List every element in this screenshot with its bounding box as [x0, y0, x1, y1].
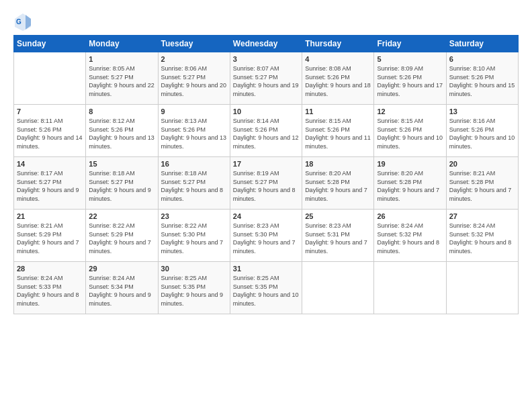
- calendar-cell: 13Sunrise: 8:16 AMSunset: 5:26 PMDayligh…: [446, 105, 518, 157]
- header-cell-thursday: Thursday: [302, 36, 374, 52]
- logo: G: [13, 12, 35, 31]
- week-row-2: 7Sunrise: 8:11 AMSunset: 5:26 PMDaylight…: [14, 105, 519, 157]
- day-info: Sunrise: 8:21 AMSunset: 5:29 PMDaylight:…: [17, 222, 83, 255]
- calendar-cell: 10Sunrise: 8:14 AMSunset: 5:26 PMDayligh…: [230, 105, 302, 157]
- calendar-cell: 28Sunrise: 8:24 AMSunset: 5:33 PMDayligh…: [14, 262, 86, 314]
- day-number: 21: [17, 212, 83, 220]
- calendar-cell: 25Sunrise: 8:23 AMSunset: 5:31 PMDayligh…: [302, 210, 374, 262]
- day-info: Sunrise: 8:24 AMSunset: 5:32 PMDaylight:…: [377, 222, 443, 255]
- week-row-4: 21Sunrise: 8:21 AMSunset: 5:29 PMDayligh…: [14, 210, 519, 262]
- calendar-cell: 26Sunrise: 8:24 AMSunset: 5:32 PMDayligh…: [374, 210, 446, 262]
- svg-marker-1: [26, 15, 31, 30]
- calendar-cell: 24Sunrise: 8:23 AMSunset: 5:30 PMDayligh…: [230, 210, 302, 262]
- header-cell-wednesday: Wednesday: [230, 36, 302, 52]
- header-cell-sunday: Sunday: [14, 36, 86, 52]
- header: G: [13, 12, 519, 31]
- week-row-3: 14Sunrise: 8:17 AMSunset: 5:27 PMDayligh…: [14, 157, 519, 210]
- calendar-cell: 8Sunrise: 8:12 AMSunset: 5:26 PMDaylight…: [86, 105, 158, 157]
- day-info: Sunrise: 8:23 AMSunset: 5:30 PMDaylight:…: [233, 222, 299, 255]
- calendar-cell: 15Sunrise: 8:18 AMSunset: 5:27 PMDayligh…: [86, 157, 158, 210]
- day-info: Sunrise: 8:24 AMSunset: 5:32 PMDaylight:…: [449, 222, 515, 255]
- day-info: Sunrise: 8:23 AMSunset: 5:31 PMDaylight:…: [305, 222, 371, 255]
- day-number: 2: [161, 55, 227, 63]
- day-info: Sunrise: 8:25 AMSunset: 5:35 PMDaylight:…: [161, 274, 227, 308]
- day-number: 31: [233, 265, 299, 273]
- day-info: Sunrise: 8:24 AMSunset: 5:33 PMDaylight:…: [17, 274, 83, 308]
- day-info: Sunrise: 8:10 AMSunset: 5:26 PMDaylight:…: [449, 64, 515, 98]
- calendar-cell: 17Sunrise: 8:19 AMSunset: 5:27 PMDayligh…: [230, 157, 302, 210]
- day-info: Sunrise: 8:24 AMSunset: 5:34 PMDaylight:…: [89, 274, 154, 308]
- day-info: Sunrise: 8:13 AMSunset: 5:26 PMDaylight:…: [161, 117, 227, 150]
- header-cell-monday: Monday: [86, 36, 158, 52]
- calendar-cell: 9Sunrise: 8:13 AMSunset: 5:26 PMDaylight…: [158, 105, 230, 157]
- day-info: Sunrise: 8:22 AMSunset: 5:30 PMDaylight:…: [161, 222, 227, 255]
- calendar-cell: 3Sunrise: 8:07 AMSunset: 5:27 PMDaylight…: [230, 52, 302, 105]
- day-number: 25: [305, 212, 371, 220]
- day-number: 5: [377, 55, 443, 63]
- day-number: 16: [161, 160, 227, 168]
- day-number: 17: [233, 160, 299, 168]
- day-number: 22: [89, 212, 154, 220]
- calendar-cell: 12Sunrise: 8:15 AMSunset: 5:26 PMDayligh…: [374, 105, 446, 157]
- day-number: 29: [89, 265, 154, 273]
- page: G SundayMondayTuesdayWednesdayThursdayFr…: [0, 0, 532, 411]
- header-cell-saturday: Saturday: [446, 36, 518, 52]
- day-info: Sunrise: 8:14 AMSunset: 5:26 PMDaylight:…: [233, 117, 299, 150]
- week-row-1: 1Sunrise: 8:05 AMSunset: 5:27 PMDaylight…: [14, 52, 519, 105]
- calendar-cell: 14Sunrise: 8:17 AMSunset: 5:27 PMDayligh…: [14, 157, 86, 210]
- day-number: 8: [89, 107, 154, 116]
- day-info: Sunrise: 8:16 AMSunset: 5:26 PMDaylight:…: [449, 117, 515, 150]
- day-info: Sunrise: 8:19 AMSunset: 5:27 PMDaylight:…: [233, 169, 299, 203]
- calendar-cell: 7Sunrise: 8:11 AMSunset: 5:26 PMDaylight…: [14, 105, 86, 157]
- day-number: 3: [233, 55, 299, 63]
- day-number: 18: [305, 160, 371, 168]
- day-number: 20: [449, 160, 515, 168]
- calendar-cell: 2Sunrise: 8:06 AMSunset: 5:27 PMDaylight…: [158, 52, 230, 105]
- calendar-cell: 1Sunrise: 8:05 AMSunset: 5:27 PMDaylight…: [86, 52, 158, 105]
- calendar-cell: [374, 262, 446, 314]
- day-info: Sunrise: 8:08 AMSunset: 5:26 PMDaylight:…: [305, 64, 371, 98]
- day-info: Sunrise: 8:12 AMSunset: 5:26 PMDaylight:…: [89, 117, 154, 150]
- day-info: Sunrise: 8:20 AMSunset: 5:28 PMDaylight:…: [377, 169, 443, 203]
- day-info: Sunrise: 8:07 AMSunset: 5:27 PMDaylight:…: [233, 64, 299, 98]
- day-info: Sunrise: 8:17 AMSunset: 5:27 PMDaylight:…: [17, 169, 83, 203]
- day-number: 4: [305, 55, 371, 63]
- calendar-cell: 20Sunrise: 8:21 AMSunset: 5:28 PMDayligh…: [446, 157, 518, 210]
- day-info: Sunrise: 8:05 AMSunset: 5:27 PMDaylight:…: [89, 64, 154, 98]
- calendar-cell: 5Sunrise: 8:09 AMSunset: 5:26 PMDaylight…: [374, 52, 446, 105]
- day-number: 14: [17, 160, 83, 168]
- day-info: Sunrise: 8:20 AMSunset: 5:28 PMDaylight:…: [305, 169, 371, 203]
- calendar-cell: 21Sunrise: 8:21 AMSunset: 5:29 PMDayligh…: [14, 210, 86, 262]
- day-info: Sunrise: 8:18 AMSunset: 5:27 PMDaylight:…: [161, 169, 227, 203]
- day-info: Sunrise: 8:21 AMSunset: 5:28 PMDaylight:…: [449, 169, 515, 203]
- header-row: SundayMondayTuesdayWednesdayThursdayFrid…: [14, 36, 519, 52]
- day-number: 24: [233, 212, 299, 220]
- calendar-cell: 23Sunrise: 8:22 AMSunset: 5:30 PMDayligh…: [158, 210, 230, 262]
- day-info: Sunrise: 8:11 AMSunset: 5:26 PMDaylight:…: [17, 117, 83, 150]
- calendar-cell: 11Sunrise: 8:15 AMSunset: 5:26 PMDayligh…: [302, 105, 374, 157]
- day-number: 27: [449, 212, 515, 220]
- calendar-cell: 31Sunrise: 8:25 AMSunset: 5:35 PMDayligh…: [230, 262, 302, 314]
- day-number: 1: [89, 55, 154, 63]
- day-number: 10: [233, 107, 299, 116]
- day-info: Sunrise: 8:15 AMSunset: 5:26 PMDaylight:…: [305, 117, 371, 150]
- day-number: 26: [377, 212, 443, 220]
- week-row-5: 28Sunrise: 8:24 AMSunset: 5:33 PMDayligh…: [14, 262, 519, 314]
- day-number: 6: [449, 55, 515, 63]
- calendar-table: SundayMondayTuesdayWednesdayThursdayFrid…: [13, 35, 519, 314]
- calendar-cell: [302, 262, 374, 314]
- day-info: Sunrise: 8:22 AMSunset: 5:29 PMDaylight:…: [89, 222, 154, 255]
- header-cell-tuesday: Tuesday: [158, 36, 230, 52]
- day-number: 7: [17, 107, 83, 116]
- day-number: 9: [161, 107, 227, 116]
- day-number: 19: [377, 160, 443, 168]
- day-number: 15: [89, 160, 154, 168]
- calendar-cell: 16Sunrise: 8:18 AMSunset: 5:27 PMDayligh…: [158, 157, 230, 210]
- day-number: 11: [305, 107, 371, 116]
- day-number: 12: [377, 107, 443, 116]
- calendar-cell: 4Sunrise: 8:08 AMSunset: 5:26 PMDaylight…: [302, 52, 374, 105]
- calendar-cell: 27Sunrise: 8:24 AMSunset: 5:32 PMDayligh…: [446, 210, 518, 262]
- calendar-cell: 6Sunrise: 8:10 AMSunset: 5:26 PMDaylight…: [446, 52, 518, 105]
- calendar-cell: 22Sunrise: 8:22 AMSunset: 5:29 PMDayligh…: [86, 210, 158, 262]
- logo-icon: G: [13, 12, 32, 31]
